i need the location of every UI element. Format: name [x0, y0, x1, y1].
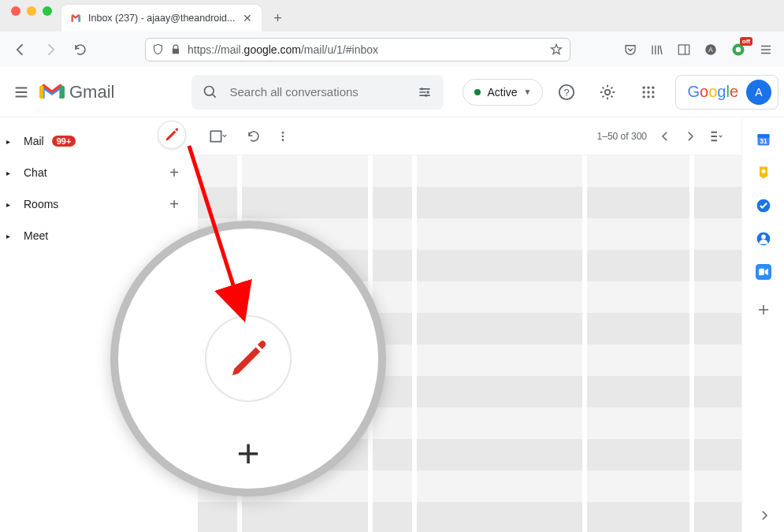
svg-point-15 [643, 91, 645, 93]
svg-point-5 [205, 86, 214, 95]
google-account-chip[interactable]: Google A [675, 75, 778, 110]
density-toggle-icon[interactable] [708, 129, 726, 143]
window-minimize-button[interactable] [27, 6, 36, 16]
lock-icon [170, 44, 181, 55]
compose-button[interactable] [158, 121, 186, 149]
svg-point-16 [648, 91, 650, 93]
svg-point-20 [652, 95, 655, 98]
annotation-magnifier: + [110, 221, 386, 497]
refresh-button[interactable] [247, 129, 261, 143]
browser-menu-icon[interactable] [759, 43, 773, 57]
address-bar-row: https://mail.google.com/mail/u/1/#inbox … [0, 32, 784, 67]
svg-point-23 [282, 135, 284, 137]
tab-title: Inbox (237) - ajaay@theandroid... [88, 13, 235, 24]
browser-right-icons: A off [623, 42, 773, 58]
add-chat-icon[interactable]: + [169, 164, 179, 182]
search-options-icon[interactable] [417, 84, 433, 100]
compose-column [158, 117, 186, 149]
pagination-label: 1–50 of 300 [597, 131, 647, 142]
gmail-header: Gmail Active ▼ ? Google A [0, 67, 784, 117]
bookmark-star-icon[interactable] [549, 43, 563, 57]
gmail-brand-text: Gmail [69, 82, 114, 102]
reload-button[interactable] [71, 40, 90, 59]
svg-point-13 [648, 86, 650, 88]
magnified-compose-button [205, 315, 292, 402]
contacts-icon[interactable] [756, 231, 771, 247]
svg-point-22 [282, 132, 284, 134]
status-label: Active [487, 86, 517, 99]
svg-point-28 [761, 169, 765, 173]
browser-tab[interactable]: Inbox (237) - ajaay@theandroid... ✕ [61, 5, 262, 32]
magnified-plus-icon: + [236, 430, 259, 476]
pencil-icon [227, 337, 270, 381]
window-controls [8, 6, 61, 25]
apps-grid-icon[interactable] [634, 78, 663, 106]
reader-icon[interactable] [677, 43, 691, 57]
svg-point-8 [425, 94, 427, 96]
svg-rect-0 [678, 45, 689, 54]
mail-row[interactable] [193, 502, 741, 532]
select-all-checkbox[interactable] [209, 128, 231, 144]
window-close-button[interactable] [11, 6, 20, 16]
shield-icon [152, 43, 164, 55]
sidebar-item-meet[interactable]: ▸ Meet [0, 220, 193, 251]
tasks-icon[interactable] [756, 198, 771, 214]
svg-point-18 [643, 95, 645, 98]
account-icon[interactable]: A [704, 43, 718, 57]
tab-close-button[interactable]: ✕ [241, 12, 254, 24]
header-right: ? Google A [552, 75, 778, 110]
keep-icon[interactable] [756, 165, 771, 180]
zoom-app-icon[interactable] [756, 264, 771, 280]
pencil-icon [164, 127, 180, 143]
status-chip[interactable]: Active ▼ [463, 79, 543, 106]
search-input[interactable] [229, 85, 406, 99]
back-button[interactable] [11, 40, 30, 59]
svg-point-11 [605, 89, 610, 94]
more-actions-icon[interactable] [277, 130, 289, 143]
sidebar-item-rooms[interactable]: ▸ Rooms + [0, 188, 193, 220]
svg-point-19 [648, 95, 650, 98]
extension-icon[interactable]: off [730, 42, 746, 58]
side-panel-toggle[interactable] [757, 508, 771, 523]
extension-badge: off [740, 37, 752, 46]
svg-point-17 [652, 91, 655, 93]
chevron-right-icon: ▸ [6, 232, 16, 240]
support-icon[interactable]: ? [552, 78, 581, 106]
search-box[interactable] [191, 75, 444, 110]
calendar-icon[interactable]: 31 [756, 132, 771, 147]
svg-point-31 [761, 235, 766, 240]
mail-toolbar: 1–50 of 300 [193, 117, 741, 155]
next-page-button[interactable] [683, 129, 697, 143]
new-tab-button[interactable]: + [266, 7, 288, 29]
prev-page-button[interactable] [658, 129, 672, 143]
forward-button[interactable] [41, 40, 60, 59]
address-bar[interactable]: https://mail.google.com/mail/u/1/#inbox [145, 38, 570, 61]
sidebar-item-chat[interactable]: ▸ Chat + [0, 157, 193, 188]
mail-row[interactable] [193, 187, 741, 218]
mail-row[interactable] [193, 155, 741, 187]
google-wordmark: Google [687, 83, 738, 101]
sidebar-item-label: Mail [24, 135, 44, 147]
svg-rect-21 [210, 131, 221, 141]
chevron-right-icon: ▸ [6, 137, 16, 146]
add-room-icon[interactable]: + [169, 195, 179, 214]
svg-text:?: ? [564, 86, 570, 98]
window-zoom-button[interactable] [43, 6, 52, 16]
mail-count-badge: 99+ [52, 136, 76, 147]
svg-point-12 [643, 86, 645, 88]
sidebar-item-label: Rooms [24, 198, 58, 210]
library-icon[interactable] [650, 43, 664, 57]
browser-chrome: Inbox (237) - ajaay@theandroid... ✕ + ht… [0, 0, 784, 67]
main-menu-button[interactable] [13, 76, 30, 108]
pocket-icon[interactable] [623, 43, 637, 57]
status-dot-icon [474, 89, 481, 95]
svg-text:A: A [708, 47, 713, 54]
settings-gear-icon[interactable] [593, 78, 622, 106]
avatar: A [746, 80, 771, 105]
url-text: https://mail.google.com/mail/u/1/#inbox [188, 43, 378, 56]
svg-point-4 [736, 47, 741, 52]
gmail-logo[interactable]: Gmail [39, 82, 114, 102]
svg-text:31: 31 [760, 137, 767, 145]
svg-point-7 [421, 87, 423, 90]
add-addon-icon[interactable] [756, 302, 771, 318]
